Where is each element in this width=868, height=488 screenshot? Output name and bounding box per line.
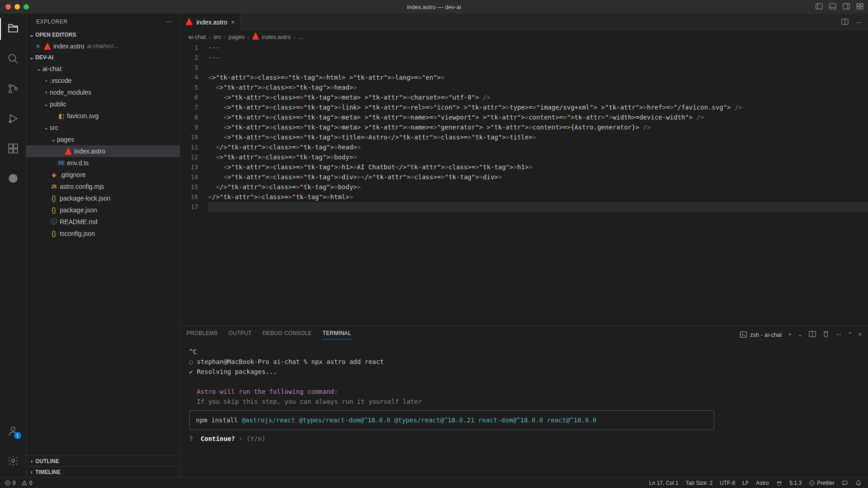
toggle-primary-sidebar-icon[interactable] bbox=[816, 3, 823, 11]
code-content[interactable]: ------ <>"tk-attr">>class>=>"tk-tag">>ht… bbox=[208, 43, 868, 325]
status-feedback-icon[interactable] bbox=[842, 480, 848, 486]
close-panel-icon[interactable]: × bbox=[858, 331, 862, 338]
open-editors-section[interactable]: ⌄ OPEN EDITORS bbox=[26, 29, 180, 40]
file-item[interactable]: ◆.gitignore bbox=[26, 169, 180, 181]
activity-bar: 1 bbox=[0, 14, 26, 477]
svg-rect-9 bbox=[860, 7, 863, 9]
minimize-window-button[interactable] bbox=[14, 4, 20, 10]
terminal-output[interactable]: ^C ○ stephan@MacBook-Pro ai-chat % npx a… bbox=[180, 343, 868, 477]
edge-tools-activity[interactable] bbox=[2, 167, 24, 189]
chevron-down-icon: ⌄ bbox=[28, 54, 35, 61]
svg-rect-19 bbox=[14, 149, 18, 153]
new-terminal-icon[interactable]: + bbox=[788, 331, 792, 338]
svg-rect-8 bbox=[857, 7, 859, 9]
sidebar-title: EXPLORER bbox=[36, 19, 67, 25]
run-debug-activity[interactable] bbox=[2, 108, 24, 129]
folder-item[interactable]: ⌄src bbox=[26, 122, 180, 134]
status-language[interactable]: Astro bbox=[756, 480, 769, 486]
status-formatter[interactable]: Prettier bbox=[809, 480, 835, 486]
terminal-dropdown-icon[interactable]: ⌄ bbox=[798, 331, 802, 338]
breadcrumb[interactable]: ai-chat› src› pages› index.astro› ... bbox=[180, 31, 868, 43]
timeline-section[interactable]: › TIMELINE bbox=[26, 466, 180, 477]
svg-rect-17 bbox=[14, 144, 18, 148]
svg-point-35 bbox=[810, 480, 815, 485]
status-tab-size[interactable]: Tab Size: 2 bbox=[686, 480, 712, 486]
file-item[interactable]: {}package-lock.json bbox=[26, 192, 180, 204]
accounts-activity[interactable]: 1 bbox=[2, 420, 24, 442]
toggle-secondary-sidebar-icon[interactable] bbox=[843, 3, 850, 11]
statusbar: 0 0 Ln 17, Col 1 Tab Size: 2 UTF-8 LF As… bbox=[0, 477, 868, 488]
explorer-activity[interactable] bbox=[2, 18, 24, 40]
status-version[interactable]: 5.1.3 bbox=[790, 480, 802, 486]
code-editor[interactable]: 1234567891011121314151617 ------ <>"tk-a… bbox=[180, 43, 868, 325]
svg-rect-4 bbox=[843, 4, 849, 9]
file-item[interactable]: ⓘREADME.md bbox=[26, 216, 180, 228]
debug-console-tab[interactable]: DEBUG CONSOLE bbox=[262, 330, 312, 339]
toggle-panel-icon[interactable] bbox=[829, 3, 836, 11]
file-item[interactable]: ◧favicon.svg bbox=[26, 110, 180, 122]
close-window-button[interactable] bbox=[5, 4, 11, 10]
svg-point-14 bbox=[14, 87, 17, 90]
svg-point-10 bbox=[9, 54, 15, 61]
folder-item[interactable]: ⌄public bbox=[26, 98, 180, 110]
folder-item[interactable]: ⌄pages bbox=[26, 134, 180, 145]
settings-activity[interactable] bbox=[2, 450, 24, 472]
editor-area: index.astro × ⋯ ai-chat› src› pages› ind… bbox=[180, 14, 868, 477]
search-activity[interactable] bbox=[2, 48, 24, 70]
svg-point-21 bbox=[11, 427, 15, 431]
file-item[interactable]: TSenv.d.ts bbox=[26, 157, 180, 169]
terminal-tab[interactable]: TERMINAL bbox=[323, 330, 351, 340]
chevron-right-icon: › bbox=[28, 458, 35, 464]
svg-rect-18 bbox=[9, 149, 13, 153]
problems-tab[interactable]: PROBLEMS bbox=[186, 330, 218, 339]
status-cursor-position[interactable]: Ln 17, Col 1 bbox=[649, 480, 678, 486]
open-editor-item[interactable]: × index.astro ai-chat/src/... bbox=[26, 40, 180, 52]
editor-tab[interactable]: index.astro × bbox=[180, 14, 241, 31]
close-editor-icon[interactable]: × bbox=[34, 43, 42, 50]
bottom-panel: PROBLEMS OUTPUT DEBUG CONSOLE TERMINAL z… bbox=[180, 325, 868, 477]
sidebar-more-icon[interactable]: ⋯ bbox=[166, 19, 172, 25]
status-eol[interactable]: LF bbox=[743, 480, 749, 486]
status-errors[interactable]: 0 bbox=[5, 480, 16, 486]
sidebar-header: EXPLORER ⋯ bbox=[26, 14, 180, 29]
file-item[interactable]: {}tsconfig.json bbox=[26, 228, 180, 239]
terminal-command-box: npm install @astrojs/react @types/react-… bbox=[189, 410, 714, 430]
file-item[interactable]: JSastro.config.mjs bbox=[26, 181, 180, 192]
close-tab-icon[interactable]: × bbox=[231, 19, 234, 26]
window-title: index.astro — dev-ai bbox=[407, 4, 461, 10]
svg-point-12 bbox=[9, 85, 11, 87]
terminal-selector[interactable]: zsh - ai-chat bbox=[740, 331, 782, 338]
svg-rect-7 bbox=[860, 4, 863, 6]
outline-section[interactable]: › OUTLINE bbox=[26, 455, 180, 466]
split-terminal-icon[interactable] bbox=[809, 330, 816, 339]
extensions-activity[interactable] bbox=[2, 138, 24, 159]
more-terminal-actions-icon[interactable]: ⋯ bbox=[836, 331, 841, 338]
status-bell-icon[interactable] bbox=[855, 480, 862, 486]
svg-rect-25 bbox=[740, 332, 747, 337]
workspace-section[interactable]: ⌄ DEV-AI bbox=[26, 52, 180, 63]
astro-file-icon bbox=[252, 33, 259, 41]
chevron-down-icon: ⌄ bbox=[28, 32, 35, 38]
chevron-right-icon: › bbox=[28, 469, 35, 475]
maximize-panel-icon[interactable]: ⌃ bbox=[848, 331, 852, 338]
status-encoding[interactable]: UTF-8 bbox=[720, 480, 735, 486]
output-tab[interactable]: OUTPUT bbox=[229, 330, 252, 339]
status-copilot-icon[interactable] bbox=[776, 480, 782, 486]
panel-tabs: PROBLEMS OUTPUT DEBUG CONSOLE TERMINAL z… bbox=[180, 326, 868, 343]
status-warnings[interactable]: 0 bbox=[21, 480, 33, 486]
svg-point-33 bbox=[777, 481, 779, 483]
folder-item[interactable]: ⌄ai-chat bbox=[26, 63, 180, 75]
file-tree: ⌄ai-chat›.vscode›node_modules⌄public◧fav… bbox=[26, 63, 180, 455]
file-item[interactable]: {}package.json bbox=[26, 204, 180, 216]
maximize-window-button[interactable] bbox=[24, 4, 29, 10]
layout-controls bbox=[816, 3, 863, 11]
kill-terminal-icon[interactable] bbox=[822, 330, 830, 339]
folder-item[interactable]: ›.vscode bbox=[26, 75, 180, 86]
line-gutter: 1234567891011121314151617 bbox=[180, 43, 208, 325]
customize-layout-icon[interactable] bbox=[856, 3, 863, 11]
split-editor-icon[interactable] bbox=[841, 18, 849, 27]
folder-item[interactable]: ›node_modules bbox=[26, 86, 180, 98]
source-control-activity[interactable] bbox=[2, 78, 24, 100]
file-item[interactable]: index.astro bbox=[26, 145, 180, 157]
more-actions-icon[interactable]: ⋯ bbox=[856, 19, 862, 26]
